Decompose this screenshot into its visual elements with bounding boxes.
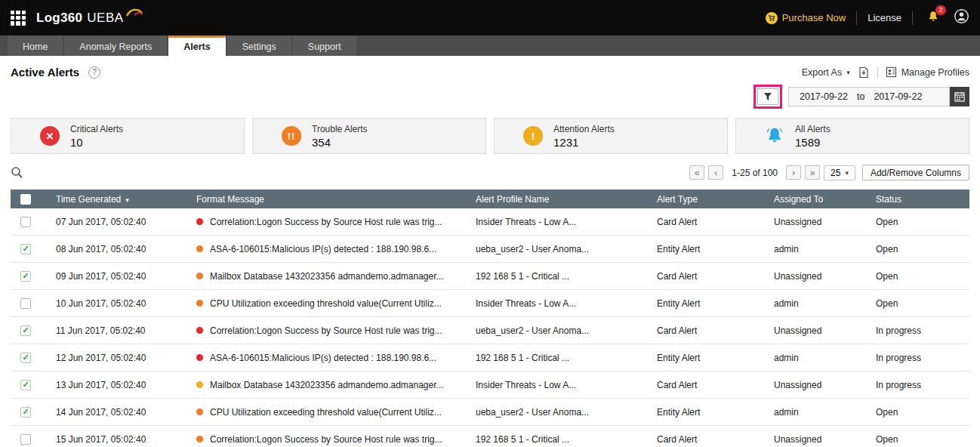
row-checkbox[interactable]: ✓ — [20, 271, 31, 282]
card-label: Attention Alerts — [553, 124, 615, 134]
severity-dot-icon — [196, 273, 203, 279]
assigned-to-cell: admin — [766, 407, 868, 418]
add-remove-columns-button[interactable]: Add/Remove Columns — [862, 165, 969, 180]
card-count: 1231 — [553, 136, 615, 149]
help-icon[interactable]: ? — [88, 66, 100, 79]
table-row[interactable]: ✓09 Jun 2017, 05:02:40Mailbox Database 1… — [11, 263, 969, 290]
search-icon[interactable] — [11, 166, 23, 179]
topbar-divider — [912, 11, 913, 25]
table-row[interactable]: ✓12 Jun 2017, 05:02:40ASA-6-106015:Malic… — [11, 344, 969, 371]
critical-alerts-card[interactable]: ✕ Critical Alerts 10 — [11, 118, 245, 154]
alerts-table-header: Time Generated▾ Format Message Alert Pro… — [11, 190, 969, 208]
card-label: Critical Alerts — [70, 124, 123, 134]
pagination-range: 1-25 of 100 — [727, 168, 782, 178]
tab-anomaly-reports[interactable]: Anomaly Reports — [64, 35, 167, 56]
pagination-prev-button[interactable]: ‹ — [708, 165, 723, 180]
format-message-text: Correlation:Logon Success by Source Host… — [210, 217, 442, 227]
severity-dot-icon — [196, 408, 203, 415]
row-checkbox[interactable] — [20, 298, 31, 309]
row-checkbox[interactable]: ✓ — [20, 380, 31, 390]
format-message-cell: Mailbox Database 1432023356 admandemo.ad… — [189, 271, 468, 282]
user-profile-button[interactable] — [954, 8, 969, 27]
card-count: 1589 — [795, 136, 831, 149]
assigned-to-cell: admin — [766, 244, 868, 254]
date-to: 2017-09-22 — [874, 91, 922, 102]
page-size-value: 25 — [831, 168, 840, 178]
pagination-controls: « ‹ 1-25 of 100 › » 25 ▾ Add/Remove Colu… — [689, 165, 969, 180]
brand-logo: Log360 UEBA — [36, 11, 143, 26]
date-range-picker: 2017-09-22 to 2017-09-22 — [788, 87, 969, 106]
row-checkbox[interactable]: ✓ — [20, 353, 31, 363]
assigned-to-cell: Unassigned — [766, 434, 868, 445]
time-generated-cell: 15 Jun 2017, 05:02:40 — [48, 434, 189, 445]
alerts-table-body: 07 Jun 2017, 05:02:40Correlation:Logon S… — [11, 208, 969, 447]
select-all-checkbox[interactable] — [20, 194, 31, 205]
assigned-to-cell: Unassigned — [766, 217, 868, 227]
pagination-next-button[interactable]: › — [786, 165, 801, 180]
table-row[interactable]: ✓14 Jun 2017, 05:02:40CPU Utilization ex… — [11, 399, 969, 426]
manage-profiles-button[interactable]: Manage Profiles — [886, 66, 969, 78]
nav-tabs: Home Anomaly Reports Alerts Settings Sup… — [0, 35, 980, 56]
attention-alerts-card[interactable]: ! Attention Alerts 1231 — [494, 118, 728, 154]
caret-down-icon: ▾ — [846, 69, 850, 76]
date-range-field[interactable]: 2017-09-22 to 2017-09-22 — [788, 87, 950, 106]
filter-funnel-icon — [763, 92, 772, 101]
alert-profile-name-cell: Insider Threats - Low A... — [468, 380, 649, 390]
row-checkbox[interactable]: ✓ — [20, 325, 31, 336]
page-size-select[interactable]: 25 ▾ — [824, 165, 855, 180]
notification-badge: 2 — [935, 5, 946, 15]
notifications-button[interactable]: 2 — [926, 10, 940, 26]
column-alert-type[interactable]: Alert Type — [649, 194, 766, 205]
column-time-generated[interactable]: Time Generated▾ — [48, 194, 189, 205]
column-assigned-to[interactable]: Assigned To — [766, 194, 868, 205]
tab-settings[interactable]: Settings — [227, 35, 291, 56]
row-checkbox[interactable]: ✓ — [20, 244, 31, 254]
filter-row: 2017-09-22 to 2017-09-22 — [0, 80, 980, 116]
format-message-text: CPU Utilization exceeding threshold valu… — [210, 298, 442, 309]
pagination-first-button[interactable]: « — [689, 165, 704, 180]
trouble-alerts-card[interactable]: !! Trouble Alerts 354 — [252, 118, 486, 154]
table-row[interactable]: 07 Jun 2017, 05:02:40Correlation:Logon S… — [11, 208, 969, 236]
export-as-button[interactable]: Export As ▾ — [802, 67, 850, 78]
calendar-button[interactable] — [950, 87, 969, 106]
apps-grid-icon[interactable] — [11, 11, 26, 26]
row-checkbox[interactable]: ✓ — [20, 407, 31, 418]
tab-support[interactable]: Support — [293, 35, 356, 56]
license-link[interactable]: License — [868, 12, 901, 23]
time-generated-cell: 13 Jun 2017, 05:02:40 — [48, 380, 189, 390]
alert-type-cell: Card Alert — [649, 434, 766, 445]
table-row[interactable]: ✓11 Jun 2017, 05:02:40Correlation:Logon … — [11, 317, 969, 344]
alert-type-cell: Card Alert — [649, 271, 766, 282]
assigned-to-cell: admin — [766, 298, 868, 309]
format-message-text: CPU Utilization exceeding threshold valu… — [210, 407, 442, 418]
status-cell: In progress — [868, 380, 969, 390]
alert-profile-name-cell: 192 168 5 1 - Critical ... — [468, 434, 649, 445]
pagination-last-button[interactable]: » — [805, 165, 820, 180]
export-icon[interactable] — [858, 66, 870, 79]
format-message-cell: CPU Utilization exceeding threshold valu… — [189, 407, 468, 418]
row-checkbox[interactable] — [20, 434, 31, 445]
format-message-cell: Correlation:Logon Success by Source Host… — [189, 434, 468, 445]
row-checkbox[interactable] — [20, 217, 31, 227]
status-cell: In progress — [868, 325, 969, 336]
table-row[interactable]: ✓08 Jun 2017, 05:02:40ASA-6-106015:Malic… — [11, 236, 969, 263]
purchase-now-link[interactable]: Purchase Now — [766, 12, 846, 24]
assigned-to-cell: admin — [766, 353, 868, 363]
table-row[interactable]: 10 Jun 2017, 05:02:40CPU Utilization exc… — [11, 290, 969, 317]
time-generated-cell: 14 Jun 2017, 05:02:40 — [48, 407, 189, 418]
format-message-text: Correlation:Logon Success by Source Host… — [210, 325, 442, 336]
time-generated-cell: 11 Jun 2017, 05:02:40 — [48, 325, 189, 336]
time-generated-cell: 09 Jun 2017, 05:02:40 — [48, 271, 189, 282]
alert-profile-name-cell: 192 168 5 1 - Critical ... — [468, 271, 649, 282]
column-alert-profile-name[interactable]: Alert Profile Name — [468, 194, 649, 205]
all-alerts-card[interactable]: All Alerts 1589 — [735, 118, 969, 154]
tab-alerts[interactable]: Alerts — [168, 35, 225, 56]
tab-home[interactable]: Home — [8, 35, 63, 56]
filter-button[interactable] — [757, 88, 778, 105]
topbar-right: Purchase Now License 2 — [766, 8, 969, 27]
column-format-message[interactable]: Format Message — [189, 194, 468, 205]
table-row[interactable]: 15 Jun 2017, 05:02:40Correlation:Logon S… — [11, 426, 969, 447]
table-row[interactable]: ✓13 Jun 2017, 05:02:40Mailbox Database 1… — [11, 371, 969, 399]
column-status[interactable]: Status — [868, 194, 969, 205]
severity-dot-icon — [196, 245, 203, 252]
